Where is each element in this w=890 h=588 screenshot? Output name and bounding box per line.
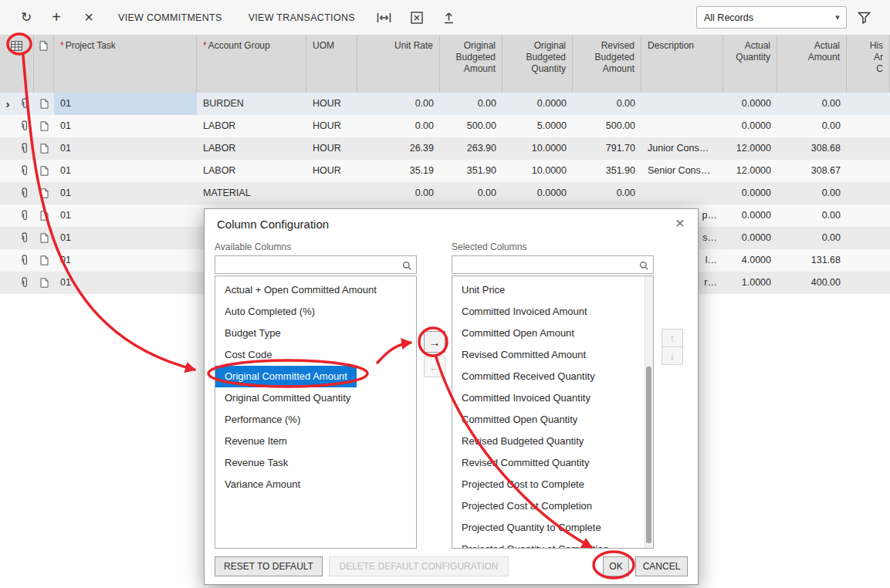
move-left-button[interactable]: ←	[424, 356, 445, 377]
cell-project-task[interactable]: 01	[54, 227, 197, 249]
cell-actual-quantity[interactable]: 0.0000	[723, 93, 777, 115]
cell-description[interactable]: Senior Cons…	[641, 160, 723, 182]
cell-original-budgeted-quantity[interactable]: 0.0000	[503, 93, 573, 115]
row-expander-icon[interactable]: ›	[0, 93, 15, 115]
cell-his-ar-c[interactable]	[847, 182, 890, 204]
move-right-button[interactable]: →	[424, 331, 445, 353]
cancel-button[interactable]: CANCEL	[635, 556, 688, 576]
cell-account-group[interactable]: MATERIAL	[197, 182, 306, 204]
selected-column-option[interactable]: Committed Invoiced Amount	[452, 301, 653, 323]
column-header-original-budgeted-quantity[interactable]: Original Budgeted Quantity	[503, 35, 573, 93]
cell-account-group[interactable]: LABOR	[197, 115, 306, 137]
cell-original-budgeted-quantity[interactable]: 10.0000	[503, 137, 573, 160]
table-row[interactable]: 01LABORHOUR35.19351.9010.0000351.90Senio…	[0, 160, 890, 182]
available-column-option[interactable]: Actual + Open Committed Amount	[215, 279, 416, 301]
close-icon[interactable]: ×	[670, 213, 690, 233]
cell-uom[interactable]: HOUR	[306, 137, 357, 160]
cell-his-ar-c[interactable]	[847, 160, 890, 182]
cell-his-ar-c[interactable]	[847, 115, 890, 137]
column-header-original-budgeted-amount[interactable]: Original Budgeted Amount	[440, 35, 503, 93]
attachment-icon[interactable]	[15, 204, 34, 227]
cell-uom[interactable]: HOUR	[306, 93, 357, 115]
cell-original-budgeted-quantity[interactable]: 10.0000	[503, 160, 573, 182]
cell-revised-budgeted-amount[interactable]: 791.70	[573, 137, 641, 160]
column-header-project-task[interactable]: *Project Task	[54, 35, 197, 93]
selected-column-option[interactable]: Projected Quantity at Completion	[452, 539, 653, 549]
ok-button[interactable]: OK	[603, 556, 629, 576]
available-column-option[interactable]: Revenue Item	[215, 431, 416, 452]
note-icon[interactable]	[34, 182, 54, 204]
selected-column-option[interactable]: Committed Open Amount	[452, 323, 653, 344]
available-column-option[interactable]: Cost Code	[215, 344, 416, 366]
cell-description[interactable]	[641, 93, 723, 115]
cell-unit-rate[interactable]: 0.00	[357, 115, 440, 137]
column-header-unit-rate[interactable]: Unit Rate	[357, 35, 440, 93]
cell-actual-quantity[interactable]: 4.0000	[723, 249, 777, 272]
cell-his-ar-c[interactable]	[847, 204, 890, 227]
cell-uom[interactable]	[306, 182, 357, 204]
cell-project-task[interactable]: 01	[54, 204, 197, 227]
column-header-account-group[interactable]: *Account Group	[197, 35, 306, 93]
cell-uom[interactable]: HOUR	[306, 115, 357, 137]
cell-original-budgeted-amount[interactable]: 351.90	[440, 160, 503, 182]
cell-description[interactable]	[641, 182, 723, 204]
cell-actual-quantity[interactable]: 0.0000	[723, 204, 777, 227]
cell-original-budgeted-amount[interactable]: 0.00	[440, 182, 503, 204]
move-up-button[interactable]: ↑	[662, 329, 683, 347]
cell-actual-quantity[interactable]: 0.0000	[723, 115, 777, 137]
upload-icon[interactable]	[433, 0, 465, 35]
refresh-icon[interactable]: ↻	[12, 0, 40, 35]
cell-revised-budgeted-amount[interactable]: 500.00	[573, 115, 641, 137]
table-row[interactable]: 01LABORHOUR26.39263.9010.0000791.70Junio…	[0, 137, 890, 160]
available-column-option[interactable]: Variance Amount	[215, 474, 416, 495]
cell-actual-amount[interactable]: 0.00	[777, 204, 847, 227]
attachment-icon[interactable]	[15, 137, 34, 160]
note-icon[interactable]	[34, 204, 54, 227]
cell-unit-rate[interactable]: 26.39	[357, 137, 440, 160]
cell-actual-quantity[interactable]: 12.0000	[723, 137, 777, 160]
cell-actual-amount[interactable]: 308.67	[777, 160, 847, 182]
add-row-icon[interactable]: +	[40, 0, 73, 35]
cell-project-task[interactable]: 01	[54, 160, 197, 182]
export-excel-icon[interactable]	[401, 0, 433, 35]
cell-unit-rate[interactable]: 0.00	[357, 93, 440, 115]
cell-original-budgeted-amount[interactable]: 500.00	[440, 115, 503, 137]
cell-his-ar-c[interactable]	[847, 249, 890, 272]
cell-actual-amount[interactable]: 0.00	[777, 182, 847, 204]
cell-account-group[interactable]: BURDEN	[197, 93, 306, 115]
reset-to-default-button[interactable]: RESET TO DEFAULT	[215, 556, 323, 576]
attachment-icon[interactable]	[15, 182, 34, 204]
available-column-option[interactable]: Original Committed Quantity	[215, 387, 416, 409]
selected-column-option[interactable]: Revised Committed Amount	[452, 344, 653, 366]
cell-unit-rate[interactable]: 0.00	[357, 182, 440, 204]
note-icon[interactable]	[34, 160, 54, 182]
cell-original-budgeted-amount[interactable]: 263.90	[440, 137, 503, 160]
cell-original-budgeted-quantity[interactable]: 5.0000	[503, 115, 573, 137]
attachment-icon[interactable]	[15, 272, 34, 294]
table-row[interactable]: 01LABORHOUR0.00500.005.0000500.000.00000…	[0, 115, 890, 137]
cell-project-task[interactable]: 01	[54, 137, 197, 160]
cell-actual-amount[interactable]: 0.00	[777, 93, 847, 115]
cell-project-task[interactable]: 01	[54, 182, 197, 204]
view-transactions-button[interactable]: VIEW TRANSACTIONS	[235, 0, 368, 35]
attachment-icon[interactable]	[15, 93, 34, 115]
records-filter-dropdown[interactable]: All Records ▾	[696, 6, 847, 29]
available-column-option[interactable]: Revenue Task	[215, 452, 416, 474]
cell-project-task[interactable]: 01	[54, 93, 197, 115]
note-icon[interactable]	[34, 249, 54, 272]
column-settings-icon[interactable]	[0, 35, 34, 93]
available-search-input[interactable]	[215, 256, 406, 273]
attachment-icon[interactable]	[15, 249, 34, 272]
selected-column-option[interactable]: Projected Quantity to Complete	[452, 517, 653, 539]
table-row[interactable]: 01MATERIAL0.000.000.00000.000.00000.00	[0, 182, 890, 204]
cell-actual-amount[interactable]: 131.68	[777, 249, 847, 272]
available-column-option[interactable]: Performance (%)	[215, 409, 416, 431]
selected-column-option[interactable]: Unit Price	[452, 279, 653, 301]
column-header-actual-quantity[interactable]: Actual Quantity	[723, 35, 777, 93]
cell-revised-budgeted-amount[interactable]: 0.00	[573, 182, 641, 204]
column-header-revised-budgeted-amount[interactable]: Revised Budgeted Amount	[573, 35, 641, 93]
note-icon[interactable]	[34, 93, 54, 115]
view-commitments-button[interactable]: VIEW COMMITMENTS	[105, 0, 235, 35]
note-icon[interactable]	[34, 137, 54, 160]
column-header-his-ar-c[interactable]: His Ar C	[847, 35, 890, 93]
